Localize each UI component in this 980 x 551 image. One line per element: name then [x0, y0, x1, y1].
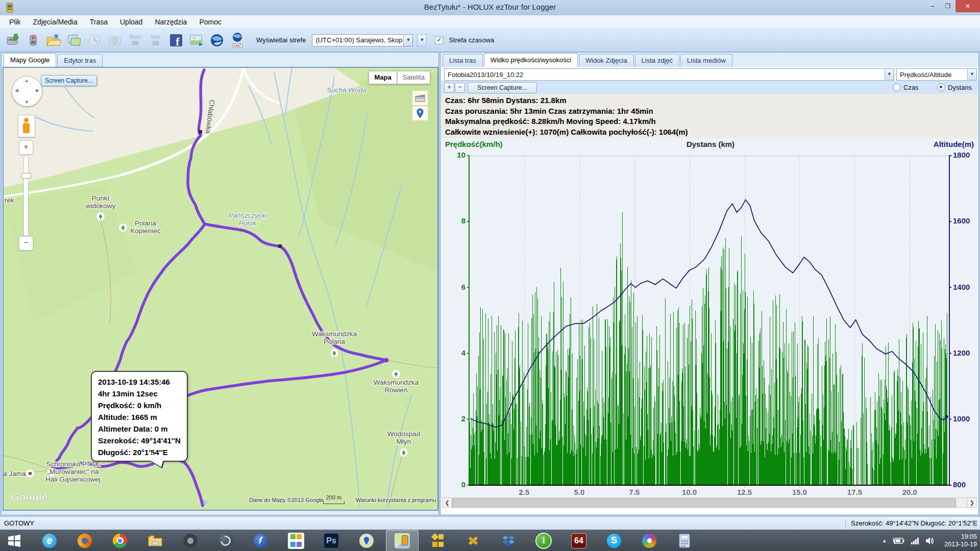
taskbar-calculator-icon[interactable] — [676, 533, 693, 549]
timezone-combo[interactable]: (UTC+01:00) Sarajewo, Skop ▼ — [312, 34, 413, 46]
title-bar: BezTytułu* - HOLUX ezTour for Logger – ❐… — [0, 0, 980, 16]
map-zoom-in-button[interactable]: + — [19, 140, 33, 155]
network-signal-icon[interactable] — [911, 538, 919, 544]
scroll-right-icon[interactable]: ❯ — [967, 498, 976, 507]
pan-right-icon[interactable]: ▶ — [36, 88, 39, 93]
radio-dystans[interactable]: Dystans — [937, 83, 972, 91]
chevron-down-icon[interactable]: ▼ — [403, 35, 412, 46]
map-zoom-slider[interactable] — [23, 156, 29, 236]
tab-widok-zdjecia[interactable]: Widok Zdjęcia — [579, 54, 634, 67]
svg-text:Punkt: Punkt — [92, 194, 110, 202]
pan-left-icon[interactable]: ◀ — [15, 88, 18, 93]
flickr-upload-icon[interactable]: flickr — [127, 31, 144, 49]
taskbar-messenger-icon[interactable] — [253, 533, 269, 549]
timezone-extra-dropdown[interactable]: ▼ — [417, 34, 427, 46]
chevron-down-icon[interactable]: ▼ — [885, 69, 894, 80]
export-photo-map-icon[interactable] — [188, 31, 205, 49]
pan-up-icon[interactable]: ▲ — [24, 78, 29, 83]
taskbar-maps-pin-icon[interactable] — [358, 533, 375, 549]
tab-edytor-tras[interactable]: Edytor tras — [57, 54, 103, 67]
taskbar-keys-app-icon[interactable] — [465, 533, 481, 549]
minimize-button[interactable]: – — [925, 0, 940, 12]
tab-lista-zdjec[interactable]: Lista zdjęć — [635, 54, 679, 67]
taskbar-photoshop-icon[interactable]: Ps — [323, 533, 339, 549]
track-select-combo[interactable]: Fotobia2013/10/19_10:22 ▼ — [444, 68, 894, 81]
close-button[interactable]: ✕ — [955, 0, 980, 12]
export-kmz-icon[interactable]: KMZ — [229, 31, 246, 49]
locr-upload-icon[interactable]: locr — [147, 31, 164, 49]
taskbar-office-picker-icon[interactable] — [288, 533, 304, 549]
start-button[interactable] — [6, 533, 22, 549]
timezone-checkbox[interactable]: ✓ — [435, 36, 443, 44]
taskbar-skype-icon[interactable]: S — [606, 533, 622, 549]
tab-lista-tras[interactable]: Lista tras — [443, 54, 483, 67]
taskbar-chrome-icon[interactable] — [112, 533, 128, 549]
volume-icon[interactable] — [925, 537, 935, 545]
chevron-down-icon[interactable]: ▼ — [967, 69, 976, 80]
svg-text:Waksmundzka: Waksmundzka — [312, 330, 357, 338]
tab-lista-mediow[interactable]: Lista mediów — [680, 54, 732, 67]
svg-text:Rówień: Rówień — [384, 386, 407, 394]
altitude-axis-title: Altitude(m) — [934, 140, 974, 148]
menu-pomoc[interactable]: Pomoc — [193, 16, 228, 28]
facebook-upload-icon[interactable]: f — [167, 31, 185, 49]
chart-mode-combo[interactable]: Prędkość/Altitude ▼ — [896, 68, 977, 81]
radio-czas[interactable]: Czas — [893, 83, 919, 91]
google-earth-icon[interactable] — [208, 31, 226, 49]
hidden-icons-arrow[interactable]: ▲ — [882, 538, 887, 543]
menu-upload[interactable]: Upload — [114, 16, 149, 28]
chart-scrollbar[interactable]: ❮ ❯ — [442, 497, 977, 508]
map-zoom-out-button[interactable]: − — [19, 236, 33, 251]
taskbar-info-icon[interactable]: i — [535, 533, 552, 549]
taskbar-dropbox-icon[interactable] — [500, 533, 517, 549]
map-pan-control[interactable]: ▲ ▼ ◀ ▶ — [12, 76, 42, 107]
maximize-button[interactable]: ❐ — [940, 0, 955, 12]
open-file-icon[interactable] — [45, 31, 62, 49]
media-clip-button[interactable] — [412, 90, 428, 106]
chart-plot[interactable] — [441, 148, 980, 495]
taskbar-64-app-icon[interactable]: 64 — [571, 533, 587, 549]
taskbar-clock[interactable]: 19:05 2013-10-19 — [944, 533, 977, 548]
pan-down-icon[interactable]: ▼ — [24, 99, 29, 105]
main-area: Mapy Google Edytor tras — [0, 52, 980, 516]
geotag-camera-icon[interactable] — [106, 31, 124, 49]
time-shift-icon[interactable] — [86, 31, 103, 49]
svg-text:Sucha Woda: Sucha Woda — [327, 86, 366, 94]
chart-zoom-in-button[interactable]: + — [444, 83, 454, 93]
map-type-satelita-button[interactable]: Satelita — [397, 71, 430, 84]
radio-icon[interactable] — [893, 83, 901, 91]
taskbar-backup-sync-icon[interactable] — [217, 533, 234, 549]
chart-screen-capture-button[interactable]: Screen Capture... — [468, 82, 537, 93]
menu-narzedzia[interactable]: Narzędzia — [149, 16, 193, 28]
taskbar-file-explorer-icon[interactable] — [147, 533, 163, 549]
google-logo: Google — [11, 491, 47, 503]
taskbar-ie-icon[interactable]: e — [41, 533, 58, 549]
scroll-left-icon[interactable]: ❮ — [443, 498, 452, 507]
radio-selected-icon[interactable] — [937, 83, 945, 91]
map-type-mapa-button[interactable]: Mapa — [369, 71, 397, 84]
street-view-pegman[interactable] — [18, 115, 35, 137]
device-config-icon[interactable] — [24, 31, 42, 49]
read-log-device-icon[interactable] — [4, 31, 21, 49]
chart-zoom-out-button[interactable]: − — [455, 83, 465, 93]
map-terms-link[interactable]: Warunki korzystania z programu — [356, 497, 436, 503]
scrollbar-thumb[interactable] — [452, 498, 956, 508]
photo-pin-button[interactable] — [412, 106, 428, 121]
menu-plik[interactable]: Plik — [3, 16, 27, 28]
tab-mapy-google[interactable]: Mapy Google — [4, 53, 56, 67]
taskbar-blocks-app-icon[interactable] — [430, 533, 446, 549]
taskbar-firefox-icon[interactable] — [77, 533, 93, 549]
battery-icon[interactable] — [893, 537, 904, 544]
add-photos-icon[interactable] — [65, 31, 83, 49]
menu-trasa[interactable]: Trasa — [84, 16, 114, 28]
google-map[interactable]: rek Chłabówka Sucha Woda Punkt widokowy … — [3, 67, 438, 511]
menu-zdjecia-media[interactable]: Zdjęcia/Media — [27, 16, 84, 28]
map-zoom-handle[interactable] — [21, 173, 31, 179]
taskbar-photo-gallery-icon[interactable] — [182, 533, 199, 549]
tab-widok-predkosci[interactable]: Widko prędkości/wysokości — [484, 53, 578, 67]
taskbar-picasa-icon[interactable] — [641, 533, 657, 549]
taskbar-eztour-icon-active[interactable] — [394, 533, 410, 549]
toolbar: flickr locr f KMZ Wyświetlai strefe (UTC… — [0, 29, 980, 52]
map-screen-capture-button[interactable]: Screen Capture... — [41, 75, 97, 86]
camera-glyph — [152, 41, 159, 45]
